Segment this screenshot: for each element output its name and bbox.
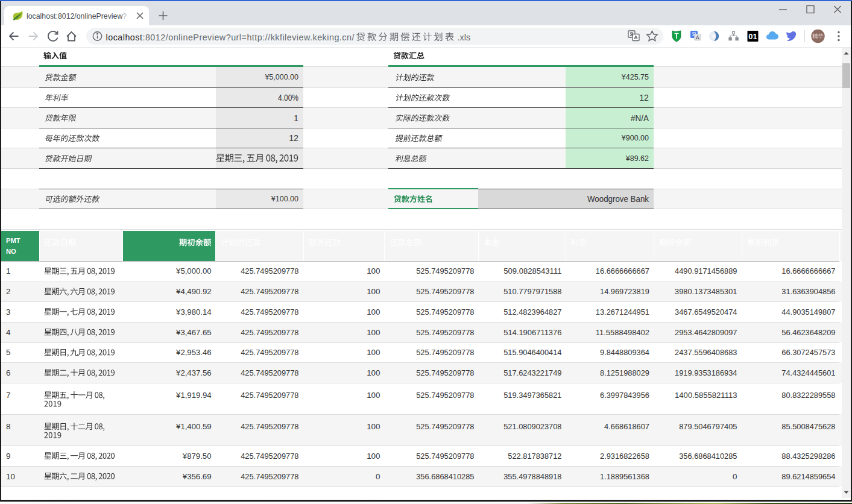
svg-text:425.7495209778: 425.7495209778 <box>241 452 298 461</box>
svg-text:localhost:8012/onlinePreview?: localhost:8012/onlinePreview? <box>27 12 127 20</box>
svg-text:44.9035149807: 44.9035149807 <box>781 307 835 317</box>
svg-text:¥2,953.46: ¥2,953.46 <box>175 348 211 357</box>
svg-text:¥1,919.94: ¥1,919.94 <box>175 391 212 400</box>
svg-text:525.7495209778: 525.7495209778 <box>416 266 474 276</box>
svg-text:425.7495209778: 425.7495209778 <box>241 368 298 377</box>
svg-text:525.7495209778: 525.7495209778 <box>416 287 474 296</box>
svg-text:31.6363904856: 31.6363904856 <box>781 287 835 296</box>
svg-text:6: 6 <box>6 368 10 377</box>
svg-text:16.6666666667: 16.6666666667 <box>781 266 835 276</box>
svg-text:0: 0 <box>733 472 737 481</box>
svg-text:425.7495209778: 425.7495209778 <box>241 328 298 337</box>
svg-text:¥4,490.92: ¥4,490.92 <box>175 287 211 296</box>
svg-text:2.9316822658: 2.9316822658 <box>600 452 649 461</box>
svg-text:89.6214859654: 89.6214859654 <box>781 472 836 481</box>
svg-text:512.4823964827: 512.4823964827 <box>503 307 561 317</box>
svg-text:425.7495209778: 425.7495209778 <box>241 266 298 276</box>
svg-text:9: 9 <box>6 452 10 461</box>
svg-text:517.6243221749: 517.6243221749 <box>503 368 561 377</box>
svg-text:¥356.69: ¥356.69 <box>182 472 212 481</box>
svg-text:2: 2 <box>6 287 10 296</box>
svg-text:#N/A: #N/A <box>631 113 649 123</box>
svg-text:¥89.62: ¥89.62 <box>625 154 649 163</box>
svg-text:12: 12 <box>289 133 298 143</box>
svg-text:525.7495209778: 525.7495209778 <box>416 307 474 317</box>
svg-text:1400.5855821113: 1400.5855821113 <box>675 391 737 400</box>
svg-text:¥5,000.00: ¥5,000.00 <box>175 266 211 276</box>
svg-text:01: 01 <box>748 32 757 41</box>
svg-text:3980.1373485301: 3980.1373485301 <box>675 287 737 296</box>
svg-text:425.7495209778: 425.7495209778 <box>241 422 298 431</box>
svg-text:¥900.00: ¥900.00 <box>621 134 649 142</box>
svg-text:0: 0 <box>376 472 380 481</box>
svg-text:3467.6549520474: 3467.6549520474 <box>675 307 737 317</box>
svg-text:NO: NO <box>6 248 16 255</box>
svg-text:425.7495209778: 425.7495209778 <box>241 472 298 481</box>
svg-text:66.3072457573: 66.3072457573 <box>781 348 835 357</box>
svg-text:509.0828543111: 509.0828543111 <box>503 266 561 276</box>
svg-text:¥3,980.14: ¥3,980.14 <box>175 307 212 317</box>
svg-text:¥100.00: ¥100.00 <box>271 195 298 203</box>
svg-text:879.5046797405: 879.5046797405 <box>679 422 737 431</box>
svg-text:521.0809023708: 521.0809023708 <box>503 422 561 431</box>
svg-text:100: 100 <box>367 452 380 461</box>
svg-text:2953.4642809097: 2953.4642809097 <box>675 328 737 337</box>
svg-text:6.3997843956: 6.3997843956 <box>600 391 649 400</box>
svg-text:8: 8 <box>6 422 10 431</box>
svg-text:4.668618607: 4.668618607 <box>604 422 649 431</box>
svg-text:525.7495209778: 525.7495209778 <box>416 391 474 400</box>
svg-text:.xls: .xls <box>458 33 470 42</box>
svg-text:¥425.75: ¥425.75 <box>621 73 649 81</box>
svg-text:425.7495209778: 425.7495209778 <box>241 348 298 357</box>
svg-text:11.5588498402: 11.5588498402 <box>596 328 649 337</box>
svg-text:356.6868410285: 356.6868410285 <box>679 452 737 461</box>
svg-text:10: 10 <box>6 472 15 481</box>
svg-text:356.6868410285: 356.6868410285 <box>416 472 474 481</box>
svg-text:56.4623648209: 56.4623648209 <box>781 328 835 337</box>
svg-text:85.5008475628: 85.5008475628 <box>781 422 835 431</box>
svg-text:100: 100 <box>367 328 380 337</box>
svg-text:100: 100 <box>367 391 380 400</box>
svg-text:13.2671244951: 13.2671244951 <box>596 307 649 317</box>
svg-text:80.8322289558: 80.8322289558 <box>781 391 835 400</box>
svg-text:425.7495209778: 425.7495209778 <box>241 307 298 317</box>
svg-text:4: 4 <box>6 328 11 337</box>
svg-text:525.7495209778: 525.7495209778 <box>416 452 474 461</box>
svg-text:525.7495209778: 525.7495209778 <box>416 422 474 431</box>
svg-text:100: 100 <box>367 266 380 276</box>
svg-text:355.4978848918: 355.4978848918 <box>503 472 561 481</box>
svg-text:525.7495209778: 525.7495209778 <box>416 328 474 337</box>
svg-text:425.7495209778: 425.7495209778 <box>241 391 298 400</box>
svg-text:515.9046400414: 515.9046400414 <box>503 348 562 357</box>
svg-text:localhost:8012/onlinePreview?u: localhost:8012/onlinePreview?url=http://… <box>106 33 355 42</box>
svg-text:8.1251988029: 8.1251988029 <box>600 368 649 377</box>
svg-text:2437.5596408683: 2437.5596408683 <box>675 348 737 357</box>
svg-text:1: 1 <box>294 113 298 123</box>
svg-text:1: 1 <box>6 266 10 276</box>
svg-text:525.7495209778: 525.7495209778 <box>416 348 474 357</box>
svg-text:425.7495209778: 425.7495209778 <box>241 287 298 296</box>
svg-text:¥1,400.59: ¥1,400.59 <box>175 422 211 431</box>
svg-text:522.817838712: 522.817838712 <box>508 452 561 461</box>
svg-text:7: 7 <box>6 391 10 400</box>
svg-text:100: 100 <box>367 422 380 431</box>
svg-text:¥3,467.65: ¥3,467.65 <box>175 328 211 337</box>
svg-text:3: 3 <box>6 307 10 317</box>
svg-text:514.1906711376: 514.1906711376 <box>503 328 561 337</box>
svg-text:525.7495209778: 525.7495209778 <box>416 368 474 377</box>
svg-text:100: 100 <box>367 368 380 377</box>
svg-text:5: 5 <box>6 348 10 357</box>
svg-text:9.8448809364: 9.8448809364 <box>600 348 650 357</box>
svg-text:¥5,000.00: ¥5,000.00 <box>264 73 298 81</box>
svg-text:Woodgrove Bank: Woodgrove Bank <box>587 194 649 204</box>
svg-text:16.6666666667: 16.6666666667 <box>596 266 649 276</box>
svg-text:1919.9353186934: 1919.9353186934 <box>675 368 737 377</box>
svg-text:PMT: PMT <box>6 237 21 244</box>
svg-text:519.3497365821: 519.3497365821 <box>503 391 561 400</box>
svg-text:4490.9171456889: 4490.9171456889 <box>675 266 737 276</box>
svg-text:12: 12 <box>639 93 649 102</box>
svg-text:100: 100 <box>367 307 380 317</box>
svg-text:4.00%: 4.00% <box>278 93 298 102</box>
svg-text:1.1889561368: 1.1889561368 <box>600 472 649 481</box>
svg-text:14.969723819: 14.969723819 <box>600 287 649 296</box>
